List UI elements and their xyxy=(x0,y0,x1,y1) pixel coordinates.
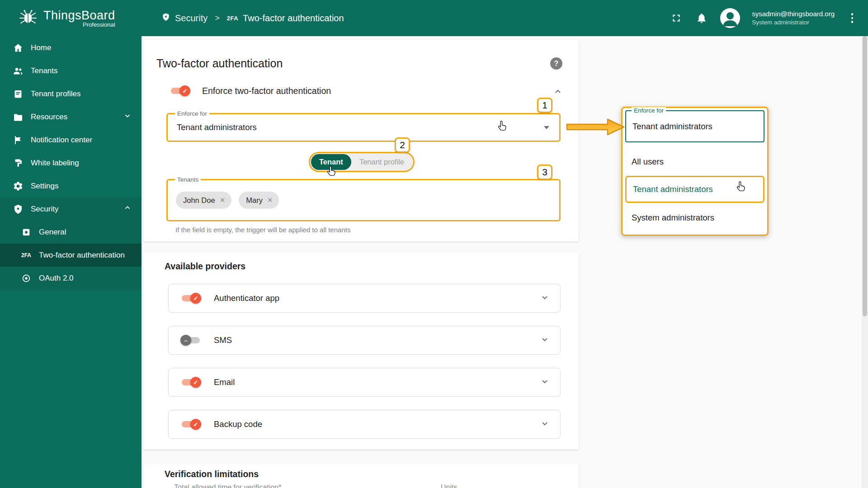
chevron-down-icon[interactable] xyxy=(539,292,550,305)
option-system-administrators[interactable]: System administrators xyxy=(623,206,767,229)
units-label: Units xyxy=(441,483,457,488)
cursor-pointer-icon xyxy=(736,181,747,194)
segment-tenant-profile-button[interactable]: Tenant profile xyxy=(351,154,412,170)
home-icon xyxy=(13,42,24,53)
scrollbar[interactable] xyxy=(862,36,868,488)
kebab-menu-icon[interactable] xyxy=(846,13,858,23)
annotation-badge-3: 3 xyxy=(537,164,552,180)
tenants-label: Tenants xyxy=(175,176,201,183)
sidebar-item-general[interactable]: General xyxy=(0,221,142,244)
sidebar-item-tenants[interactable]: Tenants xyxy=(0,59,142,82)
provider-row-email[interactable]: ✓ Email xyxy=(168,368,561,397)
2fa-icon: 2FA xyxy=(21,252,32,258)
verification-title: Verification limitations xyxy=(165,469,259,479)
sidebar-item-white-labeling[interactable]: White labeling xyxy=(0,151,142,174)
gear-icon xyxy=(13,181,24,192)
two-factor-settings-card: Two-factor authentication ? ✓ Enforce tw… xyxy=(143,40,579,242)
select-caret-icon xyxy=(544,126,549,129)
fullscreen-icon[interactable] xyxy=(670,11,683,25)
brand-name: ThingsBoard xyxy=(43,9,115,23)
chevron-down-icon[interactable] xyxy=(539,418,550,431)
annotation-badge-1: 1 xyxy=(537,98,552,113)
brand-subtitle: Professional xyxy=(83,21,115,28)
shield-icon xyxy=(13,204,24,215)
enforce-for-dropdown-panel: Enforce for Tenant administrators All us… xyxy=(621,107,769,236)
thingsboard-logo[interactable]: ThingsBoard Professional xyxy=(0,8,142,28)
badge-icon xyxy=(13,89,24,99)
email-toggle[interactable]: ✓ xyxy=(180,376,201,388)
check-icon: ✓ xyxy=(190,377,201,388)
user-avatar[interactable] xyxy=(720,8,740,28)
sidebar-item-two-factor-authentication[interactable]: 2FA Two-factor authentication xyxy=(0,244,142,267)
remove-chip-icon[interactable]: ✕ xyxy=(267,196,273,204)
people-icon xyxy=(13,66,24,76)
sidebar-item-resources[interactable]: Resources xyxy=(0,105,142,128)
chevron-down-icon[interactable] xyxy=(539,334,550,347)
top-bar-actions: sysadmin@thingsboard.org System administ… xyxy=(670,8,868,28)
check-icon: ✓ xyxy=(190,293,201,304)
folder-icon xyxy=(13,112,24,122)
2fa-icon: 2FA xyxy=(227,15,238,22)
authenticator-toggle[interactable]: ✓ xyxy=(180,292,201,304)
breadcrumb-two-factor: 2FA Two-factor authentication xyxy=(227,13,344,23)
oauth-icon xyxy=(21,273,32,283)
verification-limitations-card: Verification limitations Total allowed t… xyxy=(143,464,579,488)
enforce-toggle-row: ✓ Enforce two-factor authentication xyxy=(170,85,331,97)
settings-box-icon xyxy=(21,227,32,237)
tenant-segment-toggle: Tenant Tenant profile xyxy=(309,152,415,172)
chevron-up-icon xyxy=(123,203,132,215)
sidebar-security-group: Security General 2FA Two-factor authenti… xyxy=(0,197,142,290)
cursor-pointer-icon xyxy=(326,165,337,179)
check-icon: ✓ xyxy=(190,419,201,430)
providers-title: Available providers xyxy=(165,261,245,272)
breadcrumb: Security > 2FA Two-factor authentication xyxy=(161,12,344,24)
top-bar: ThingsBoard Professional Security > 2FA … xyxy=(0,0,868,36)
breadcrumb-separator: > xyxy=(215,14,220,23)
enforce-for-label: Enforce for xyxy=(175,110,209,117)
thingsboard-bug-icon xyxy=(18,8,38,28)
user-email: sysadmin@thingsboard.org xyxy=(752,9,835,19)
page-title: Two-factor authentication xyxy=(156,57,283,70)
sidebar: Home Tenants Tenant profiles Resources N… xyxy=(0,36,142,488)
minus-icon: – xyxy=(180,335,191,346)
dropdown-field-label: Enforce for xyxy=(632,107,666,114)
collapse-chevron-up-icon[interactable] xyxy=(552,86,563,99)
cursor-pointer-icon xyxy=(497,120,508,134)
backup-code-toggle[interactable]: ✓ xyxy=(180,418,201,430)
sidebar-item-oauth[interactable]: OAuth 2.0 xyxy=(0,267,142,290)
sms-toggle[interactable]: – xyxy=(180,334,201,346)
tenant-chip-john-doe[interactable]: John Doe ✕ xyxy=(176,192,231,209)
tenant-chip-mary[interactable]: Mary ✕ xyxy=(239,192,279,209)
provider-row-authenticator[interactable]: ✓ Authenticator app xyxy=(168,284,561,313)
chevron-down-icon xyxy=(123,111,132,123)
sidebar-item-security[interactable]: Security xyxy=(0,197,142,221)
provider-row-backup-code[interactable]: ✓ Backup code xyxy=(168,410,561,439)
sidebar-item-settings[interactable]: Settings xyxy=(0,174,142,197)
sidebar-item-notification-center[interactable]: Notification center xyxy=(0,128,142,151)
option-all-users[interactable]: All users xyxy=(623,150,767,173)
shield-icon xyxy=(161,12,170,24)
help-icon[interactable]: ? xyxy=(550,57,562,70)
chevron-down-icon[interactable] xyxy=(539,376,550,389)
enforce-toggle-label: Enforce two-factor authentication xyxy=(202,86,331,96)
sidebar-item-home[interactable]: Home xyxy=(0,36,142,59)
flag-icon xyxy=(13,135,24,145)
breadcrumb-security[interactable]: Security xyxy=(161,12,208,24)
dropdown-field-value: Tenant administrators xyxy=(632,122,712,131)
notifications-bell-icon[interactable] xyxy=(695,11,708,25)
annotation-badge-2: 2 xyxy=(395,137,410,153)
available-providers-card: Available providers ✓ Authenticator app … xyxy=(143,252,579,450)
check-icon: ✓ xyxy=(179,85,190,96)
sidebar-item-tenant-profiles[interactable]: Tenant profiles xyxy=(0,82,142,105)
remove-chip-icon[interactable]: ✕ xyxy=(220,196,226,204)
scrollbar-thumb[interactable] xyxy=(863,36,867,316)
tenants-hint: If the field is empty, the trigger will … xyxy=(175,226,350,234)
enforce-2fa-toggle[interactable]: ✓ xyxy=(170,85,190,97)
user-role: System administrator xyxy=(752,19,835,27)
enforce-for-value: Tenant administrators xyxy=(177,122,257,132)
provider-row-sms[interactable]: – SMS xyxy=(168,326,561,355)
total-time-label: Total allowed time for verification* xyxy=(174,483,281,488)
paint-icon xyxy=(13,158,24,169)
dropdown-enforce-for-field[interactable]: Enforce for Tenant administrators xyxy=(625,110,764,142)
tenants-field[interactable]: Tenants John Doe ✕ Mary ✕ xyxy=(166,179,561,221)
